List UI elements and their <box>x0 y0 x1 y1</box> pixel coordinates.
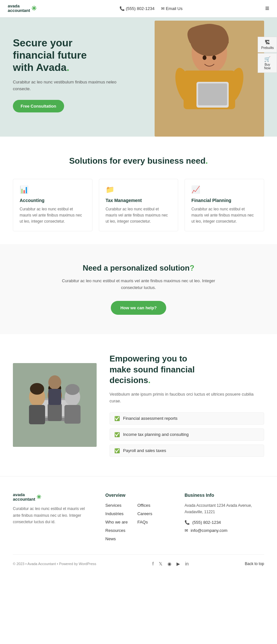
check-icon-3: ✅ <box>114 448 120 453</box>
empowering-section: Empowering you to make sound financial d… <box>0 334 277 476</box>
card-financial-body: Curabitur ac leo nunc estibul et mauris … <box>191 206 257 225</box>
svg-point-16 <box>30 383 44 395</box>
free-consultation-button[interactable]: Free Consultation <box>13 100 64 112</box>
buy-now-button[interactable]: 🛒 Buy Now <box>258 53 277 73</box>
prebuilts-icon: 🏗 <box>261 40 273 45</box>
footer-brand-text: Curabitur ac leo nunc estibul et mauris … <box>13 505 92 525</box>
svg-rect-20 <box>48 403 62 421</box>
nav-resources[interactable]: Resources <box>105 527 128 533</box>
card-tax-body: Curabitur ac leo nunc estibul et mauris … <box>106 206 172 225</box>
check-icon-1: ✅ <box>114 416 120 421</box>
footer-social: f 𝕏 ◉ ▶ in <box>152 561 189 566</box>
empowering-image <box>13 363 97 447</box>
facebook-icon[interactable]: f <box>152 561 154 566</box>
hero-section: Secure your financial future with Avada.… <box>0 17 277 137</box>
feature-item-1: ✅ Financial assessment reports <box>110 412 264 425</box>
accounting-icon: 📊 <box>20 186 86 194</box>
hero-image <box>155 21 264 137</box>
empowering-body: Vestibulum ante ipsum primis in faucibus… <box>110 391 264 405</box>
instagram-icon[interactable]: ◉ <box>167 561 171 566</box>
hero-headline: Secure your financial future with Avada. <box>13 37 122 74</box>
svg-rect-17 <box>29 405 45 424</box>
how-we-help-button[interactable]: How we can help? <box>111 301 167 315</box>
empowering-heading: Empowering you to make sound financial d… <box>110 353 264 386</box>
solutions-heading: Solutions for every business need. <box>13 156 264 166</box>
footer: avada accountant ✳ Curabitur ac leo nunc… <box>0 476 277 573</box>
footer-email-icon: ✉ <box>185 528 188 533</box>
phone-contact: 📞 (555) 802-1234 <box>119 6 155 11</box>
feature-item-2: ✅ Income tax planning and consulting <box>110 428 264 441</box>
footer-address: Avada Accountant 1234 Avada Avenue, Avad… <box>185 502 264 515</box>
footer-info: Business Info Avada Accountant 1234 Avad… <box>185 493 264 542</box>
tax-icon: 📁 <box>106 186 172 194</box>
logo-star: ✳ <box>31 5 37 12</box>
empowering-content: Empowering you to make sound financial d… <box>110 353 264 457</box>
email-contact[interactable]: ✉ Email Us <box>161 6 183 11</box>
hamburger-icon[interactable]: ≡ <box>265 4 269 13</box>
check-icon-2: ✅ <box>114 432 120 437</box>
card-tax: 📁 Tax Management Curabitur ac leo nunc e… <box>99 179 178 232</box>
personalized-heading: Need a personalized solution? <box>13 264 264 273</box>
svg-rect-25 <box>48 389 61 405</box>
nav-offices[interactable]: Offices <box>137 502 152 508</box>
prebuilts-button[interactable]: 🏗 Prebuilts <box>258 37 277 53</box>
nav-careers[interactable]: Careers <box>137 511 152 516</box>
card-accounting-body: Curabitur ac leo nunc estibul et mauris … <box>20 206 86 225</box>
linkedin-icon[interactable]: in <box>185 561 189 566</box>
logo: avada accountant ✳ <box>8 4 37 13</box>
footer-phone: 📞 (555) 802-1234 <box>185 520 264 525</box>
personalized-section: Need a personalized solution? Curabitur … <box>0 244 277 334</box>
footer-nav: Overview Services Industries Who we are … <box>105 493 172 542</box>
footer-top: avada accountant ✳ Curabitur ac leo nunc… <box>13 493 264 542</box>
svg-point-24 <box>48 375 61 389</box>
financial-icon: 📈 <box>191 186 257 194</box>
solutions-cards: 📊 Accounting Curabitur ac leo nunc estib… <box>13 179 264 232</box>
footer-email: ✉ info@company.com <box>185 528 264 533</box>
navbar: avada accountant ✳ 📞 (555) 802-1234 ✉ Em… <box>0 0 277 17</box>
footer-nav-col2: Offices Careers FAQs <box>137 502 152 542</box>
card-accounting-title: Accounting <box>20 198 86 203</box>
nav-contact: 📞 (555) 802-1234 ✉ Email Us <box>119 6 183 11</box>
email-icon: ✉ <box>161 6 165 11</box>
phone-icon: 📞 <box>119 6 125 11</box>
back-to-top-link[interactable]: Back to top <box>245 562 264 566</box>
solutions-section: Solutions for every business need. 📊 Acc… <box>0 137 277 245</box>
cart-icon: 🛒 <box>261 56 273 62</box>
svg-point-22 <box>65 384 80 395</box>
svg-rect-7 <box>198 83 227 105</box>
footer-bottom: © 2023 • Avada Accountant • Powered by W… <box>13 554 264 566</box>
footer-logo: avada accountant ✳ <box>13 493 92 502</box>
logo-text: avada accountant ✳ <box>8 4 37 13</box>
sidebar-buttons: 🏗 Prebuilts 🛒 Buy Now <box>258 37 277 73</box>
nav-faqs[interactable]: FAQs <box>137 519 152 525</box>
footer-info-heading: Business Info <box>185 493 264 498</box>
nav-news[interactable]: News <box>105 536 128 542</box>
footer-nav-heading: Overview <box>105 493 172 498</box>
feature-list: ✅ Financial assessment reports ✅ Income … <box>110 412 264 457</box>
feature-item-3: ✅ Payroll and sales taxes <box>110 445 264 457</box>
footer-brand: avada accountant ✳ Curabitur ac leo nunc… <box>13 493 92 542</box>
footer-logo-star: ✳ <box>36 494 41 501</box>
footer-nav-cols: Services Industries Who we are Resources… <box>105 502 172 542</box>
svg-point-9 <box>212 55 216 60</box>
hero-subtext: Curabitur ac leo nunc vestibulum finibus… <box>13 79 122 92</box>
youtube-icon[interactable]: ▶ <box>177 561 180 566</box>
twitter-icon[interactable]: 𝕏 <box>159 561 162 566</box>
personalized-body: Curabitur ac leo nunc estibul et mauris … <box>58 278 219 291</box>
card-financial: 📈 Financial Planning Curabitur ac leo nu… <box>185 179 264 232</box>
nav-who-we-are[interactable]: Who we are <box>105 519 128 525</box>
nav-industries[interactable]: Industries <box>105 511 128 516</box>
nav-services[interactable]: Services <box>105 502 128 508</box>
card-tax-title: Tax Management <box>106 198 172 203</box>
footer-phone-icon: 📞 <box>185 520 190 525</box>
card-financial-title: Financial Planning <box>191 198 257 203</box>
card-accounting: 📊 Accounting Curabitur ac leo nunc estib… <box>13 179 92 232</box>
svg-rect-23 <box>64 405 81 424</box>
footer-nav-col1: Services Industries Who we are Resources… <box>105 502 128 542</box>
hero-content: Secure your financial future with Avada.… <box>13 34 122 113</box>
svg-point-8 <box>203 55 206 60</box>
footer-copyright: © 2023 • Avada Accountant • Powered by W… <box>13 562 96 566</box>
